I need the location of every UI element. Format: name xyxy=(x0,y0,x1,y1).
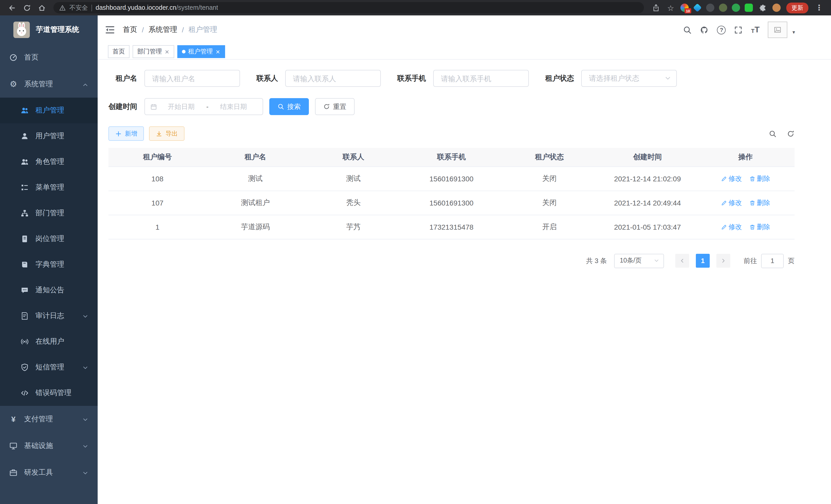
browser-menu-button[interactable]: ⋮ xyxy=(812,1,826,14)
cell-created: 2021-12-14 20:49:44 xyxy=(598,190,696,215)
sidebar-item-infra[interactable]: 基础设施 xyxy=(0,433,98,459)
edit-link[interactable]: 修改 xyxy=(721,222,742,232)
sidebar-item-system[interactable]: ⚙ 系统管理 xyxy=(0,71,98,98)
page-size-select[interactable]: 10条/页 xyxy=(614,254,664,268)
phone-input[interactable] xyxy=(433,70,529,87)
table-row: 108 测试 测试 15601691300 关闭 2021-12-14 21:0… xyxy=(109,167,795,190)
search-button[interactable]: 搜索 xyxy=(269,98,309,115)
extension-icon-diamond[interactable] xyxy=(693,3,702,12)
refresh-table-icon[interactable] xyxy=(787,130,795,138)
extension-icon-green-square[interactable] xyxy=(745,4,753,12)
create-time-label: 创建时间 xyxy=(109,102,137,111)
tenant-name-input[interactable] xyxy=(144,70,240,87)
extension-icon-dark[interactable] xyxy=(706,4,714,12)
row-actions: 修改 删除 xyxy=(696,198,795,207)
edit-label: 修改 xyxy=(728,222,742,232)
sidebar-item-error-code[interactable]: 错误码管理 xyxy=(0,380,98,406)
chevron-down-icon xyxy=(664,75,671,82)
sidebar-item-user[interactable]: 用户管理 xyxy=(0,123,98,149)
browser-home-button[interactable] xyxy=(35,1,48,14)
sidebar-item-label: 菜单管理 xyxy=(35,183,64,192)
help-icon[interactable]: ? xyxy=(717,25,726,34)
sidebar-item-menu[interactable]: 菜单管理 xyxy=(0,175,98,200)
security-label[interactable]: 不安全 xyxy=(69,3,88,12)
delete-link[interactable]: 删除 xyxy=(749,198,770,207)
header-search-icon[interactable] xyxy=(683,25,692,34)
status-select[interactable]: 请选择租户状态 xyxy=(581,70,677,87)
sidebar-item-devtools[interactable]: 研发工具 xyxy=(0,459,98,486)
delete-link[interactable]: 删除 xyxy=(749,174,770,183)
contact-label: 联系人 xyxy=(256,74,278,83)
delete-link[interactable]: 删除 xyxy=(749,222,770,232)
sidebar-item-notice[interactable]: 通知公告 xyxy=(0,277,98,303)
table-row: 107 测试租户 秃头 15601691300 关闭 2021-12-14 20… xyxy=(109,190,795,215)
sidebar-item-pay[interactable]: ¥ 支付管理 xyxy=(0,406,98,433)
prev-page-button[interactable] xyxy=(675,254,689,268)
edit-link[interactable]: 修改 xyxy=(721,174,742,183)
reload-button[interactable] xyxy=(20,1,33,14)
sidebar-item-tenant[interactable]: 租户管理 xyxy=(0,98,98,123)
share-button[interactable] xyxy=(649,1,662,14)
contact-input[interactable] xyxy=(285,70,381,87)
fullscreen-icon[interactable] xyxy=(734,25,743,34)
end-date-placeholder[interactable]: 结束日期 xyxy=(209,102,257,111)
tab-home[interactable]: 首页 xyxy=(108,45,130,58)
edit-link[interactable]: 修改 xyxy=(721,198,742,207)
sidebar-toggle[interactable] xyxy=(105,25,115,35)
extension-icon-green-circle[interactable] xyxy=(732,4,740,12)
breadcrumb-home[interactable]: 首页 xyxy=(123,25,137,34)
extension-icon-colorwheel[interactable]: 10 xyxy=(681,4,689,12)
update-button[interactable]: 更新 xyxy=(786,2,808,13)
sidebar-item-online-user[interactable]: 在线用户 xyxy=(0,329,98,355)
sidebar-item-home[interactable]: 首页 xyxy=(0,44,98,71)
sidebar-item-role[interactable]: 角色管理 xyxy=(0,149,98,175)
browser-profile-avatar[interactable] xyxy=(772,4,781,12)
dictionary-icon xyxy=(21,261,29,269)
next-page-button[interactable] xyxy=(716,254,730,268)
extensions-menu-button[interactable] xyxy=(756,1,769,14)
badge-icon xyxy=(21,235,29,243)
tab-close-icon[interactable] xyxy=(215,48,221,55)
reset-button[interactable]: 重置 xyxy=(315,98,354,115)
sidebar-item-audit-log[interactable]: 审计日志 xyxy=(0,303,98,329)
sidebar-item-label: 系统管理 xyxy=(24,80,53,89)
audit-log-icon xyxy=(21,312,29,320)
address-bar[interactable]: 不安全 dashboard.yudao.iocoder.cn/system/te… xyxy=(53,2,644,13)
page-unit-label: 页 xyxy=(788,256,795,265)
extension-icon-olive[interactable] xyxy=(719,4,727,12)
toggle-search-icon[interactable] xyxy=(769,130,776,138)
breadcrumb-system[interactable]: 系统管理 xyxy=(148,25,177,34)
tab-label: 部门管理 xyxy=(137,47,162,56)
user-avatar[interactable] xyxy=(768,22,787,38)
url-path: /system/tenant xyxy=(176,4,218,11)
total-count: 共 3 条 xyxy=(586,256,607,265)
navbar: 首页 / 系统管理 / 租户管理 ? TT ▾ xyxy=(98,16,831,44)
menu-list-icon xyxy=(21,183,29,191)
sidebar-item-post[interactable]: 岗位管理 xyxy=(0,226,98,252)
bookmark-button[interactable]: ☆ xyxy=(664,1,677,14)
add-button[interactable]: 新增 xyxy=(109,126,144,141)
goto-page-input[interactable] xyxy=(761,254,784,268)
phone-label: 联系手机 xyxy=(397,74,426,83)
github-icon[interactable] xyxy=(700,25,709,34)
tab-dept[interactable]: 部门管理 xyxy=(133,45,174,58)
export-button[interactable]: 导出 xyxy=(149,126,184,141)
sidebar-item-sms[interactable]: 短信管理 xyxy=(0,355,98,380)
tab-close-icon[interactable] xyxy=(165,48,170,55)
back-arrow-icon xyxy=(8,4,16,11)
tab-tenant[interactable]: 租户管理 xyxy=(177,45,225,58)
date-range-picker[interactable]: 开始日期 - 结束日期 xyxy=(144,98,263,115)
sidebar-item-label: 支付管理 xyxy=(24,415,53,424)
filter-contact: 联系人 xyxy=(256,70,381,87)
start-date-placeholder[interactable]: 开始日期 xyxy=(157,102,205,111)
active-tab-dot xyxy=(182,50,185,53)
font-size-icon[interactable]: TT xyxy=(751,26,760,34)
back-button[interactable] xyxy=(5,1,19,14)
url-text[interactable]: dashboard.yudao.iocoder.cn/system/tenant xyxy=(95,4,218,11)
sidebar-item-dept[interactable]: 部门管理 xyxy=(0,200,98,226)
sidebar-item-dict[interactable]: 字典管理 xyxy=(0,252,98,277)
download-icon xyxy=(156,130,163,137)
chevron-down-icon xyxy=(82,363,88,372)
page-number-button[interactable]: 1 xyxy=(696,254,710,268)
avatar-caret-down-icon[interactable]: ▾ xyxy=(793,29,795,38)
